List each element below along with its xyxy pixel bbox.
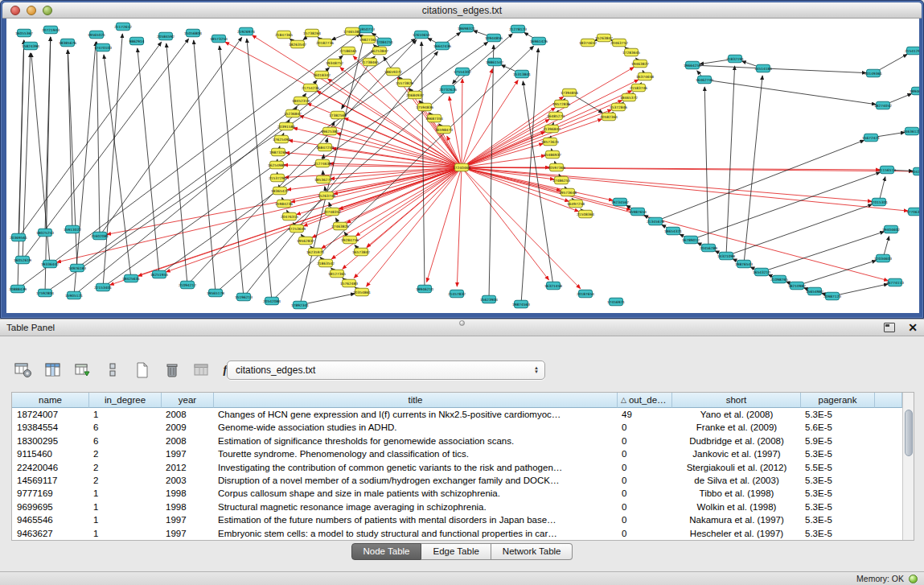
window-titlebar[interactable]: citations_edges.txt [2,2,922,19]
network-node[interactable]: 17594836 [416,103,433,111]
table-row[interactable]: 911546021997Tourette syndrome. Phenomeno… [12,447,902,460]
table-row[interactable]: 977716911998Corpus callosum shape and si… [12,487,902,500]
network-node[interactable]: 16485273 [547,112,565,120]
network-node[interactable]: 21926974 [237,27,255,35]
network-edge[interactable] [253,35,462,167]
network-node[interactable]: 17283645 [622,48,640,56]
network-edge[interactable] [704,87,708,248]
network-node[interactable]: 21508364 [577,210,594,218]
network-node[interactable]: 21754236 [302,84,319,92]
network-edge[interactable] [462,69,492,167]
network-edge[interactable] [18,42,162,237]
network-node[interactable]: 17253649 [288,225,306,233]
table-row[interactable]: 1456911722003Disruption of a novel membe… [12,474,902,487]
row-height-icon[interactable] [102,360,123,381]
network-node[interactable]: 16573842 [352,248,370,256]
network-node[interactable]: 19687354 [425,114,443,122]
network-edge[interactable] [692,65,866,73]
network-node[interactable]: 21457832 [448,290,466,298]
network-node[interactable]: 20182736 [316,39,334,47]
network-node[interactable]: 19573648 [559,188,577,196]
network-node[interactable]: 9862914 [129,37,144,45]
network-node[interactable]: 17554302 [454,68,471,76]
network-node[interactable]: 17463825 [331,222,349,230]
network-node[interactable]: 18659372 [384,68,402,76]
network-edge[interactable] [354,167,462,278]
network-node[interactable]: 18946210 [416,285,433,293]
network-node[interactable]: 21156513 [878,166,896,174]
network-node[interactable]: 16961426 [530,37,548,45]
network-node[interactable]: 17892341 [291,301,309,309]
network-edge[interactable] [45,37,51,293]
network-canvas[interactable]: 1605536720721943158243941838567619565021… [6,19,919,313]
minimize-window-button[interactable] [27,6,36,15]
network-node[interactable]: 18452319 [292,97,310,105]
network-edge[interactable] [462,119,549,167]
network-node[interactable]: 22186561 [339,47,357,55]
table-row[interactable]: 2242004622012Investigating the contribut… [12,461,902,474]
network-node[interactable]: 15913022 [64,225,81,233]
network-node[interactable]: 16774113 [886,278,904,286]
column-header-title[interactable]: title [214,393,618,408]
network-node[interactable]: 20369561 [10,233,27,241]
network-node[interactable]: 19336442 [41,260,59,268]
network-node[interactable]: 20732626 [439,85,457,93]
network-node[interactable]: 18274052 [874,101,892,109]
network-node[interactable]: 22084251 [376,38,393,46]
network-node[interactable]: 19827364 [359,35,377,43]
tab-network-table[interactable]: Network Table [491,543,573,560]
table-row[interactable]: 1872400712008Changes of HCN gene express… [12,408,902,421]
network-node[interactable]: 22153401 [94,283,112,291]
network-node[interactable]: 18385676 [59,39,76,47]
network-node[interactable]: 14636123 [903,127,919,135]
network-node[interactable]: 17015301 [870,198,888,206]
network-edge[interactable] [367,167,462,247]
import-table-icon[interactable] [72,360,93,381]
network-node[interactable]: 19463827 [631,60,649,68]
network-edge[interactable] [166,167,462,272]
network-edge[interactable] [462,167,630,210]
network-edge[interactable] [726,66,735,256]
network-node[interactable]: 14514184 [754,64,772,72]
network-node[interactable]: 19873265 [269,148,287,156]
network-node[interactable]: 19284756 [341,236,359,244]
network-node[interactable]: 20456789 [700,244,717,252]
network-edge[interactable] [97,42,100,236]
network-edge[interactable] [704,80,876,105]
network-edge[interactable] [462,108,555,167]
network-edge[interactable] [462,167,888,281]
network-edge[interactable] [462,109,612,167]
create-column-icon[interactable] [132,360,153,381]
network-node[interactable]: 21098765 [770,275,788,283]
network-node[interactable]: 16251954 [150,270,168,278]
network-edge[interactable] [166,43,187,285]
network-node[interactable]: 18374652 [579,39,597,47]
network-node[interactable]: 19876543 [735,260,753,268]
network-node[interactable]: 16462740 [696,76,713,84]
network-node[interactable]: 16235974 [306,248,324,256]
network-node[interactable]: 20149361 [864,69,882,77]
network-node[interactable]: 21396847 [543,125,561,133]
network-edge[interactable] [462,79,462,167]
network-node[interactable]: 21847365 [275,31,293,39]
tab-node-table[interactable]: Node Table [351,543,422,560]
network-edge[interactable] [100,37,242,236]
network-node[interactable]: 15987654 [629,208,647,216]
network-edge[interactable] [462,80,518,167]
network-node[interactable]: 18654321 [664,227,682,235]
column-header-short[interactable]: short [672,393,801,408]
network-node[interactable]: 15762483 [340,279,358,287]
network-node[interactable]: 15263748 [318,192,335,200]
network-node[interactable]: 15623904 [480,295,498,303]
network-node[interactable]: 20463752 [610,39,628,47]
network-node[interactable]: 16253847 [371,47,388,55]
table-row[interactable]: 969969511998Structural magnetic resonanc… [12,501,902,513]
network-node[interactable]: 16055367 [15,29,33,37]
network-edge[interactable] [462,167,581,289]
splitter-grip[interactable] [459,320,465,326]
table-selector[interactable]: citations_edges.txt ▲▼ [227,360,545,380]
network-node[interactable]: 17470103 [94,43,112,51]
network-node[interactable]: 15372846 [610,103,627,111]
network-node[interactable]: 17592804 [36,289,54,297]
network-node[interactable]: 15486937 [544,150,561,159]
